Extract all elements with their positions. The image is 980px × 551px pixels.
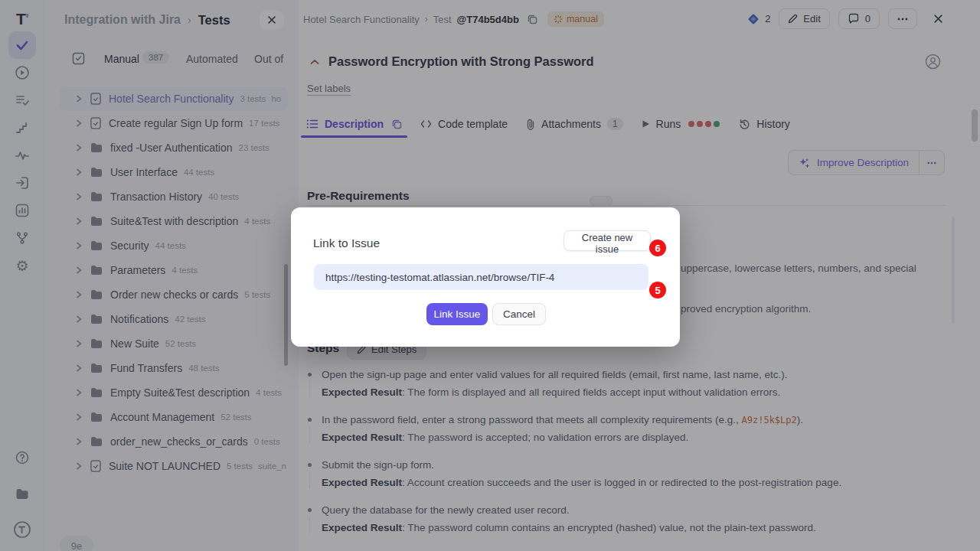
cancel-button[interactable]: Cancel	[492, 303, 546, 325]
app-window: T' ⚙	[0, 0, 980, 551]
create-new-issue-button[interactable]: Create new issue	[564, 230, 651, 251]
issue-url-input[interactable]	[314, 264, 648, 290]
annotation-badge-5: 5	[649, 282, 666, 298]
link-issue-button[interactable]: Link Issue	[426, 303, 488, 325]
modal-title: Link to Issue	[313, 236, 380, 250]
annotation-badge-6: 6	[649, 240, 666, 256]
